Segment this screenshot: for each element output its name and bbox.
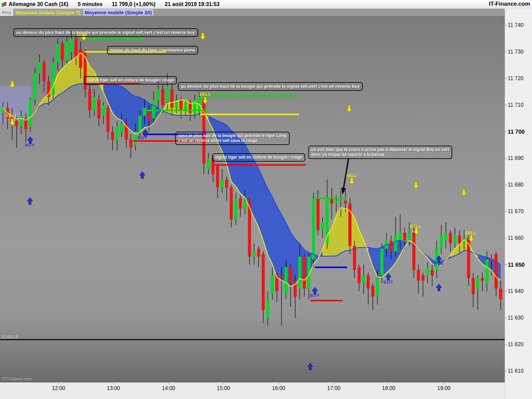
candle-body xyxy=(66,41,68,60)
candlestick-chart-canvas[interactable]: SELLSELLSELLSELLSELLSELLBUYBUYBUYBUYBUY xyxy=(0,16,505,382)
price-tick-mark xyxy=(505,291,507,292)
annotation-text: donc ça risque de repartir à la baisse xyxy=(311,152,449,157)
candle-body xyxy=(449,233,452,243)
candle-body xyxy=(472,278,475,294)
time-tick-mark xyxy=(444,383,444,385)
ma-cloud xyxy=(368,240,409,277)
annotation-text: niveau du haut du tiger =resistance jaun… xyxy=(110,48,195,53)
candle-body xyxy=(116,126,119,140)
annotation-text: on voit bien que le cours n arrive pas à… xyxy=(311,147,449,152)
candle-body xyxy=(371,286,374,297)
price-tick-mark xyxy=(505,344,507,345)
buy-arrow-icon[interactable] xyxy=(28,137,33,144)
annotation-box[interactable]: signal tiger sell en cloture de bougie= … xyxy=(84,76,177,84)
price-tick-mark xyxy=(505,264,507,265)
candle-body xyxy=(129,140,132,148)
annotation-box[interactable]: sous le plus bas de la bougie qui preced… xyxy=(175,132,290,145)
time-axis[interactable]: 12:0013:0014:0015:0016:0017:0018:0019:00 xyxy=(0,382,505,399)
time-tick-mark xyxy=(59,383,59,385)
candle-body xyxy=(330,198,333,203)
time-tick-label: 14:00 xyxy=(162,385,175,391)
candle-body xyxy=(74,39,77,57)
time-tick-label: 12:00 xyxy=(52,385,65,391)
legend-price-chip[interactable]: Prix xyxy=(0,9,13,16)
candle-body xyxy=(335,201,338,203)
candle-body xyxy=(317,198,320,230)
price-axis[interactable]: 11 74011 73011 72011 71011 70011 69011 6… xyxy=(505,9,532,399)
candle-body xyxy=(157,89,160,100)
candle-body xyxy=(271,275,274,294)
annotation-text: signal tiger sell en cloture de bougie= … xyxy=(87,78,174,83)
candle-body xyxy=(280,275,283,278)
candle-body xyxy=(43,63,46,81)
annotation-text: c'est un reverse short sell sous le roug… xyxy=(178,138,287,143)
candle-body xyxy=(143,108,146,116)
sell-arrow-icon[interactable] xyxy=(200,33,206,40)
price-tick-label: 11 710 xyxy=(508,102,524,108)
time-tick-label: 18:00 xyxy=(382,385,395,391)
candle-body xyxy=(120,124,123,132)
candle-body xyxy=(444,233,447,241)
sell-arrow-icon[interactable] xyxy=(349,178,355,185)
candle-body xyxy=(239,198,242,209)
price-tick-label: 11 640 xyxy=(508,288,524,294)
sell-arrow-icon[interactable] xyxy=(413,182,419,189)
sell-label: SELL xyxy=(410,224,422,229)
candle-body xyxy=(412,233,415,270)
price-tick-mark xyxy=(505,211,507,212)
candle-body xyxy=(367,275,370,289)
annotation-text: au dessus du plus haut de la bougie qui … xyxy=(16,30,195,35)
price-tick-label: 11 650 xyxy=(508,262,525,268)
annotation-box[interactable]: on voit bien que le cours n arrive pas à… xyxy=(308,146,452,159)
legend-ma7-chip[interactable]: Moyenne mobile (Simple 7) xyxy=(14,9,81,16)
annotation-box[interactable]: signal tiger sell en cloture de bougie= … xyxy=(212,153,305,162)
buy-label: BUY xyxy=(434,262,444,267)
buy-arrow-icon[interactable] xyxy=(386,273,391,280)
annotation-box[interactable]: niveau du haut du tiger =resistance jaun… xyxy=(107,46,198,55)
sell-label: SELL xyxy=(6,113,18,118)
candle-body xyxy=(97,100,100,118)
buy-arrow-icon[interactable] xyxy=(436,284,442,291)
candle-body xyxy=(207,158,210,169)
time-tick-label: 17:00 xyxy=(327,385,340,391)
price-tick-mark xyxy=(505,52,507,52)
candle-body xyxy=(394,235,397,251)
candle-body xyxy=(106,108,109,132)
candle-body xyxy=(189,102,192,113)
buy-label: BUY xyxy=(138,136,148,140)
candle-body xyxy=(88,89,91,110)
candle-body xyxy=(257,249,260,257)
annotation-text: signal tiger sell en cloture de bougie= … xyxy=(215,155,302,160)
legend-ma20-chip[interactable]: Moyenne mobile (Simple 20) xyxy=(83,9,154,16)
chart-plot-area[interactable]: SELLSELLSELLSELLSELLSELLBUYBUYBUYBUYBUY … xyxy=(0,16,505,382)
buy-arrow-icon[interactable] xyxy=(308,363,313,370)
buy-arrow-icon[interactable] xyxy=(140,172,145,179)
price-tick-label: 11 620 xyxy=(508,341,524,347)
candle-body xyxy=(298,257,301,289)
candle-body xyxy=(148,110,151,121)
sell-label: SELL xyxy=(345,173,357,178)
sell-arrow-icon[interactable] xyxy=(461,189,467,196)
price-tick-mark xyxy=(505,25,507,26)
time-tick-mark xyxy=(169,383,169,385)
candle-body xyxy=(339,201,342,201)
candle-body xyxy=(403,233,406,241)
candle-body xyxy=(357,267,360,283)
candle-body xyxy=(70,39,73,52)
annotation-box[interactable]: au dessus du plus haut de la bougie qui … xyxy=(13,28,198,37)
time-tick-label: 15:00 xyxy=(217,385,230,391)
candle-body xyxy=(15,121,18,126)
candle-body xyxy=(476,278,479,289)
annotation-box[interactable]: au dessus du plus haut de la bougie qui … xyxy=(178,82,363,91)
price-tick-label: 11 700 xyxy=(508,129,525,135)
candlestick-icon xyxy=(1,1,6,7)
candle-body xyxy=(426,267,429,275)
buy-arrow-icon[interactable] xyxy=(27,198,33,204)
sell-arrow-icon[interactable] xyxy=(346,105,352,112)
price-tick-label: 11 680 xyxy=(508,182,524,188)
price-tick-mark xyxy=(505,238,507,238)
buy-arrow-icon[interactable] xyxy=(143,129,148,136)
annotation-text: au dessus du plus haut de la bougie qui … xyxy=(181,84,360,89)
support-level-label: 11 621,8 xyxy=(1,334,18,339)
candle-body xyxy=(184,102,187,110)
